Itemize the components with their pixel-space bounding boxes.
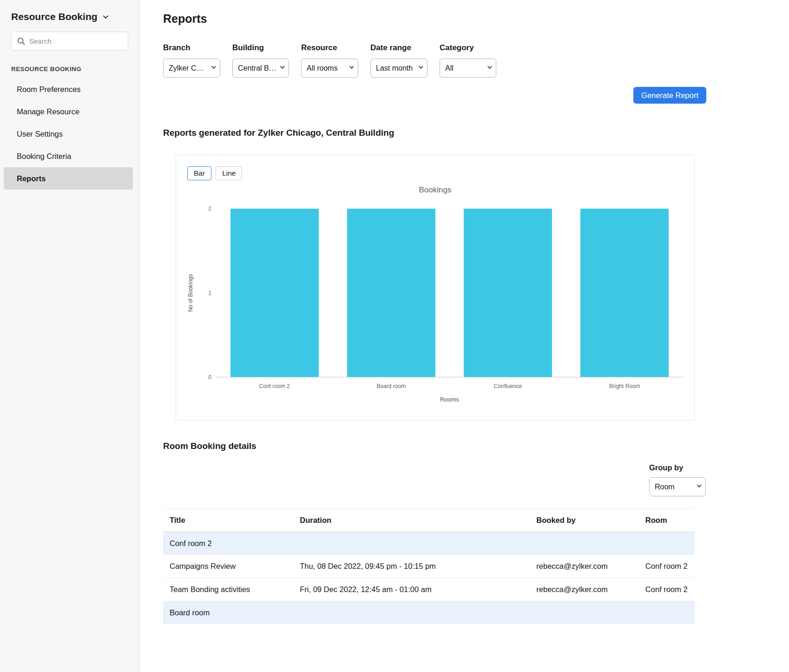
column-header-booked-by: Booked by <box>530 509 639 532</box>
chart-title: Bookings <box>187 185 683 195</box>
chart-bar-conf-room-2 <box>230 209 319 377</box>
y-axis-title: No of Bookings <box>187 209 197 377</box>
cell-room: Conf room 2 <box>639 555 695 578</box>
x-axis-category-label: Bright Room <box>566 383 683 389</box>
app-title: Resource Booking <box>11 11 98 22</box>
search-box[interactable] <box>11 32 128 51</box>
y-axis-tick-label: 2 <box>208 205 211 212</box>
sidebar-section-label: RESOURCE BOOKING <box>0 51 139 78</box>
chevron-down-icon <box>103 13 108 19</box>
column-header-duration: Duration <box>293 509 530 532</box>
chart-bar-slot <box>450 209 566 377</box>
sidebar-item-reports[interactable]: Reports <box>4 167 133 190</box>
search-icon <box>17 37 25 45</box>
group-name: Conf room 2 <box>163 532 695 555</box>
table-group-row: Board room <box>163 601 695 625</box>
table-group-row: Conf room 2 <box>163 532 695 555</box>
resource-filter-label: Resource <box>301 43 358 53</box>
group-name: Board room <box>163 601 695 625</box>
group-by-select[interactable]: Room <box>649 477 706 496</box>
building-filter-label: Building <box>232 43 289 53</box>
search-input[interactable] <box>29 37 122 45</box>
filter-bar: Branch Zylker C… Building Central B… Res… <box>163 43 706 78</box>
cell-booked-by: rebecca@zylker.com <box>530 555 639 578</box>
x-axis-category-label: Board room <box>333 383 449 389</box>
chart-panel: Bar Line Bookings No of Bookings 012 Con… <box>176 155 695 421</box>
report-section-heading: Reports generated for Zylker Chicago, Ce… <box>163 128 706 138</box>
table-header-row: Title Duration Booked by Room <box>163 509 695 532</box>
category-filter-label: Category <box>440 43 496 53</box>
cell-room: Conf room 2 <box>639 578 695 601</box>
sidebar-item-user-settings[interactable]: User Settings <box>0 123 139 145</box>
cell-booked-by: rebecca@zylker.com <box>530 578 639 601</box>
chart-bar-bright-room <box>580 209 669 377</box>
y-axis-tick-label: 1 <box>208 290 211 296</box>
chart-type-toggle: Bar Line <box>187 166 683 180</box>
sidebar-item-booking-criteria[interactable]: Booking Criteria <box>0 145 139 167</box>
page-title: Reports <box>163 12 706 26</box>
chart-bar-slot <box>333 209 449 377</box>
cell-duration: Fri, 09 Dec 2022, 12:45 am - 01:00 am <box>293 578 530 601</box>
bar-chart-toggle-button[interactable]: Bar <box>187 166 211 180</box>
branch-filter-label: Branch <box>163 43 220 53</box>
x-axis-title: Rooms <box>216 396 683 403</box>
group-by-control: Group by Room <box>649 463 706 496</box>
booking-details-table: Title Duration Booked by Room Conf room … <box>163 508 695 624</box>
generate-report-button[interactable]: Generate Report <box>633 87 706 104</box>
category-select[interactable]: All <box>440 59 496 78</box>
building-select[interactable]: Central B… <box>232 59 289 78</box>
column-header-title: Title <box>163 509 293 532</box>
bar-chart: No of Bookings 012 Conf room 2Board room… <box>187 209 683 403</box>
chart-bar-slot <box>566 209 683 377</box>
date-range-select[interactable]: Last month <box>370 59 427 78</box>
chart-bar-confluence <box>464 209 552 377</box>
group-by-label: Group by <box>649 463 706 472</box>
sidebar: Resource Booking RESOURCE BOOKING Room P… <box>0 0 140 672</box>
line-chart-toggle-button[interactable]: Line <box>216 166 242 180</box>
column-header-room: Room <box>639 509 695 532</box>
chart-bar-slot <box>216 209 333 377</box>
branch-select[interactable]: Zylker C… <box>163 59 220 78</box>
date-range-filter-label: Date range <box>370 43 427 53</box>
sidebar-item-room-preferences[interactable]: Room Preferences <box>0 78 139 100</box>
y-axis-tick-label: 0 <box>208 374 211 381</box>
table-row: Campaigns ReviewThu, 08 Dec 2022, 09:45 … <box>163 555 695 578</box>
main-content: Reports Branch Zylker C… Building Centra… <box>140 12 789 624</box>
table-row: Team Bonding activitiesFri, 09 Dec 2022,… <box>163 578 695 601</box>
sidebar-item-manage-resource[interactable]: Manage Resource <box>0 100 139 123</box>
booking-details-heading: Room Booking details <box>163 441 706 451</box>
cell-duration: Thu, 08 Dec 2022, 09:45 pm - 10:15 pm <box>293 555 530 578</box>
x-axis: Conf room 2Board roomConfluenceBright Ro… <box>216 383 683 389</box>
chart-plot-area <box>216 209 683 377</box>
x-axis-category-label: Conf room 2 <box>216 383 333 389</box>
chart-bar-board-room <box>347 209 435 377</box>
resource-select[interactable]: All rooms <box>301 59 358 78</box>
y-axis: 012 <box>197 209 216 377</box>
app-switcher[interactable]: Resource Booking <box>0 0 139 32</box>
cell-title: Campaigns Review <box>163 555 293 578</box>
x-axis-category-label: Confluence <box>450 383 566 389</box>
cell-title: Team Bonding activities <box>163 578 293 601</box>
